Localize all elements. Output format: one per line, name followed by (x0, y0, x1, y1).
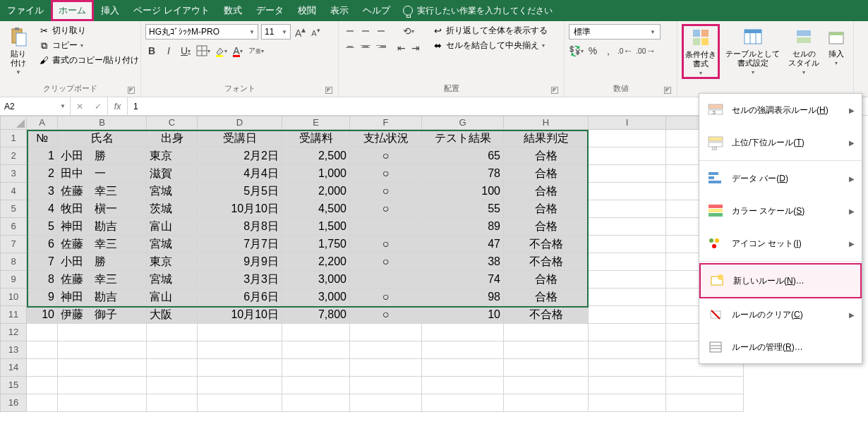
cell[interactable] (589, 183, 666, 200)
cell[interactable]: 神田 勘吉 (58, 218, 147, 236)
insert-cells-button[interactable]: 挿入▾ (823, 24, 849, 68)
cell[interactable] (504, 377, 589, 394)
cell[interactable] (27, 394, 58, 412)
cell[interactable]: 10月10日 (198, 306, 282, 324)
cell[interactable] (350, 341, 422, 359)
table-header-cell[interactable]: 支払状況 (350, 130, 422, 147)
row-header[interactable]: 11 (0, 306, 27, 324)
align-bottom-button[interactable] (374, 24, 388, 38)
cell[interactable]: 100 (422, 183, 504, 200)
cell[interactable]: 1 (27, 147, 58, 165)
cell[interactable] (589, 130, 666, 147)
name-box[interactable]: A2▼ (0, 97, 71, 115)
cell[interactable] (589, 324, 666, 341)
cell[interactable] (422, 377, 504, 394)
bold-button[interactable]: B (145, 44, 158, 58)
column-header[interactable]: D (198, 116, 282, 130)
tab-pagelayout[interactable]: ページ レイアウト (126, 0, 217, 21)
cell[interactable]: 7,800 (282, 306, 350, 324)
cell[interactable]: 47 (422, 236, 504, 253)
cell[interactable]: ○ (350, 253, 422, 271)
cell[interactable]: 74 (422, 271, 504, 289)
cell[interactable]: 東京 (147, 147, 198, 165)
cancel-formula-icon[interactable]: ✕ (71, 102, 89, 111)
cell[interactable]: 伊藤 御子 (58, 306, 147, 324)
row-header[interactable]: 2 (0, 147, 27, 165)
cell[interactable]: 不合格 (504, 306, 589, 324)
table-header-cell[interactable]: 氏名 (58, 130, 147, 147)
cf-highlight-rules[interactable]: ≦ セルの強調表示ルール(H) ▶ (699, 94, 862, 126)
cell[interactable] (589, 306, 666, 324)
tab-file[interactable]: ファイル (0, 0, 51, 21)
cell[interactable]: 4,500 (282, 200, 350, 218)
cell[interactable]: 10月10日 (198, 200, 282, 218)
column-header[interactable]: C (147, 116, 198, 130)
cell[interactable]: 佐藤 幸三 (58, 236, 147, 253)
decrease-indent-button[interactable]: ⇤ (395, 41, 408, 55)
row-header[interactable]: 5 (0, 200, 27, 218)
cell[interactable]: 1,750 (282, 236, 350, 253)
table-header-cell[interactable]: 結果判定 (504, 130, 589, 147)
cell[interactable]: 合格 (504, 183, 589, 200)
column-header[interactable]: G (422, 116, 504, 130)
cell[interactable]: 東京 (147, 253, 198, 271)
cell[interactable]: 4月4日 (198, 165, 282, 183)
cell[interactable]: 3,000 (282, 289, 350, 306)
cell[interactable]: 65 (422, 147, 504, 165)
borders-button[interactable]: ▾ (196, 44, 210, 58)
column-header[interactable]: A (27, 116, 58, 130)
row-header[interactable]: 12 (0, 324, 27, 341)
cut-button[interactable]: ✂切り取り (35, 24, 142, 37)
align-right-button[interactable] (374, 40, 388, 54)
row-header[interactable]: 9 (0, 271, 27, 289)
cell[interactable]: 不合格 (504, 253, 589, 271)
cell[interactable] (198, 359, 282, 377)
paste-button[interactable]: 貼り付け ▼ (4, 24, 32, 78)
italic-button[interactable]: I (162, 44, 175, 58)
cell[interactable] (589, 253, 666, 271)
cell[interactable] (58, 377, 147, 394)
cell[interactable]: 6 (27, 236, 58, 253)
cell[interactable] (589, 165, 666, 183)
cf-color-scales[interactable]: カラー スケール(S) ▶ (699, 195, 862, 227)
tab-review[interactable]: 校閲 (291, 0, 323, 21)
comma-button[interactable]: , (602, 44, 615, 58)
cell[interactable]: 合格 (504, 271, 589, 289)
decrease-font-icon[interactable]: A▾ (310, 26, 321, 37)
cell[interactable] (147, 394, 198, 412)
cell[interactable] (504, 359, 589, 377)
cell[interactable]: 小田 勝 (58, 253, 147, 271)
percent-button[interactable]: % (586, 44, 599, 58)
align-top-button[interactable] (343, 24, 357, 38)
table-header-cell[interactable]: 受講料 (282, 130, 350, 147)
cell[interactable] (147, 359, 198, 377)
cell[interactable] (350, 359, 422, 377)
column-header[interactable]: H (504, 116, 589, 130)
cell[interactable] (58, 394, 147, 412)
align-middle-button[interactable] (358, 24, 373, 38)
cell[interactable] (27, 377, 58, 394)
cell-styles-button[interactable]: セルの スタイル▾ (785, 24, 822, 78)
cell[interactable]: ○ (350, 147, 422, 165)
cell[interactable]: ○ (350, 183, 422, 200)
font-color-button[interactable]: A▾ (231, 44, 244, 58)
cell[interactable]: 佐藤 幸三 (58, 271, 147, 289)
cell[interactable]: 牧田 槇一 (58, 200, 147, 218)
cell[interactable]: 1,500 (282, 218, 350, 236)
tab-formulas[interactable]: 数式 (217, 0, 249, 21)
decrease-decimal-button[interactable]: .00→ (636, 44, 656, 58)
cell[interactable]: 3 (27, 183, 58, 200)
column-header[interactable]: F (350, 116, 422, 130)
row-header[interactable]: 14 (0, 359, 27, 377)
table-header-cell[interactable]: № (27, 130, 58, 147)
cell[interactable]: 2,200 (282, 253, 350, 271)
cf-new-rule[interactable]: 新しいルール(N)… (699, 263, 862, 298)
cell[interactable]: 2,500 (282, 147, 350, 165)
tab-insert[interactable]: 挿入 (94, 0, 126, 21)
cell[interactable]: 5 (27, 218, 58, 236)
row-header[interactable]: 1 (0, 130, 27, 147)
cf-manage-rules[interactable]: ルールの管理(R)… (699, 331, 862, 363)
cell[interactable] (198, 394, 282, 412)
tell-me[interactable]: 実行したい作業を入力してください (403, 0, 553, 21)
cell[interactable] (282, 341, 350, 359)
